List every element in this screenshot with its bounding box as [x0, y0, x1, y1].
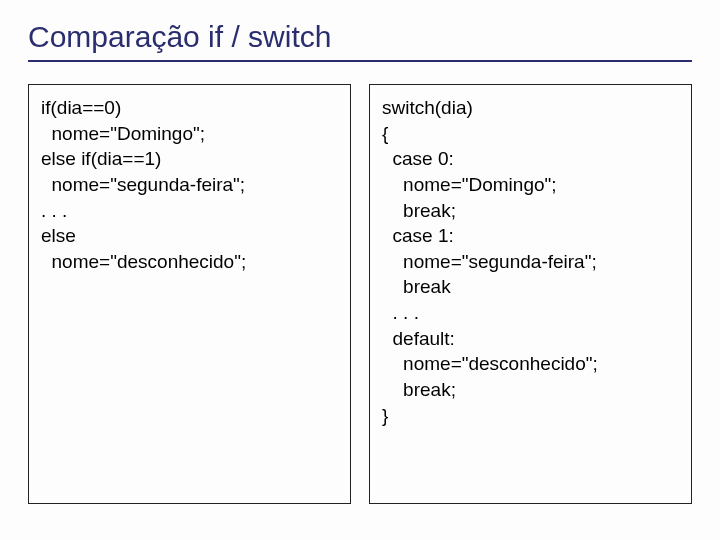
slide: Comparação if / switch if(dia==0) nome="… [0, 0, 720, 540]
left-codebox: if(dia==0) nome="Domingo"; else if(dia==… [28, 84, 351, 504]
right-codebox: switch(dia) { case 0: nome="Domingo"; br… [369, 84, 692, 504]
slide-title: Comparação if / switch [28, 20, 692, 62]
columns: if(dia==0) nome="Domingo"; else if(dia==… [28, 84, 692, 516]
if-code-block: if(dia==0) nome="Domingo"; else if(dia==… [41, 95, 338, 274]
switch-code-block: switch(dia) { case 0: nome="Domingo"; br… [382, 95, 679, 428]
